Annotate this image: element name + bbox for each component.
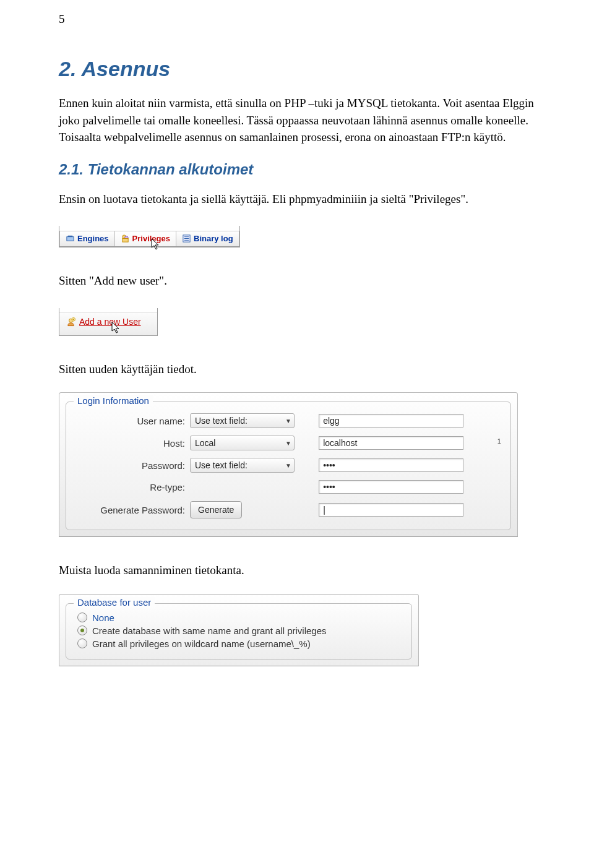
tab-binary-log-label: Binary log	[194, 234, 233, 243]
row-password: Password: Use text field: ▼ ••••	[71, 454, 506, 476]
svg-rect-1	[68, 236, 73, 237]
select-password-mode-value: Use text field:	[195, 460, 248, 470]
intro-paragraph: Ennen kuin aloitat niin varmista, että s…	[59, 95, 535, 146]
input-retype[interactable]: ••••	[319, 480, 463, 494]
heading-asennus: 2. Asennus	[59, 57, 535, 81]
generate-button[interactable]: Generate	[190, 501, 242, 518]
select-password-mode[interactable]: Use text field: ▼	[190, 458, 295, 473]
screenshot-login-information: Login Information User name: Use text fi…	[59, 392, 518, 537]
row-host: Host: Local ▼ localhost 1	[71, 432, 506, 454]
chevron-down-icon: ▼	[285, 418, 291, 424]
label-password: Password:	[71, 454, 187, 476]
add-user-icon	[66, 317, 75, 326]
svg-rect-0	[67, 237, 74, 241]
radio-label-none: None	[92, 612, 114, 623]
radio-option-wildcard[interactable]: Grant all privileges on wildcard name (u…	[77, 637, 404, 650]
paragraph-add-new-user: Sitten "Add new user".	[59, 272, 535, 290]
radio-icon	[77, 612, 87, 622]
tab-engines[interactable]: Engines	[59, 231, 115, 246]
label-username: User name:	[71, 410, 187, 432]
select-host-mode-value: Local	[195, 438, 215, 448]
radio-option-none[interactable]: None	[77, 611, 404, 624]
radio-icon	[77, 638, 87, 648]
chevron-down-icon: ▼	[285, 462, 291, 469]
legend-login-information: Login Information	[74, 395, 153, 406]
tab-privileges-label: Privileges	[132, 234, 170, 243]
row-generate: Generate Password: Generate	[71, 497, 506, 522]
privileges-icon	[121, 234, 130, 243]
screenshot-add-new-user: Add a new User	[59, 308, 158, 336]
label-retype: Re-type:	[71, 476, 187, 497]
tab-engines-label: Engines	[77, 234, 109, 243]
mouse-cursor-icon	[111, 322, 121, 334]
paragraph-create-db: Muista luoda samanniminen tietokanta.	[59, 562, 535, 579]
row-username: User name: Use text field: ▼ elgg	[71, 410, 506, 432]
row-retype: Re-type: ••••	[71, 476, 506, 497]
input-generated-password[interactable]	[319, 503, 463, 517]
tab-binary-log[interactable]: Binary log	[176, 231, 239, 246]
screenshot-tabs: Engines Privileges Binary log	[59, 226, 240, 247]
tab-privileges[interactable]: Privileges	[115, 231, 176, 246]
label-host: Host:	[71, 432, 187, 454]
binary-log-icon	[182, 234, 191, 243]
input-username[interactable]: elgg	[319, 414, 463, 428]
select-host-mode[interactable]: Local ▼	[190, 436, 295, 450]
page-number: 5	[59, 12, 535, 26]
engine-icon	[66, 234, 75, 243]
add-new-user-link[interactable]: Add a new User	[79, 317, 141, 327]
legend-database-for-user: Database for user	[74, 597, 155, 608]
chevron-down-icon: ▼	[285, 440, 291, 447]
svg-rect-4	[122, 239, 127, 243]
input-host[interactable]: localhost	[319, 436, 463, 450]
radio-label-create-same: Create database with same name and grant…	[92, 625, 327, 636]
radio-option-create-same[interactable]: Create database with same name and grant…	[77, 624, 404, 637]
radio-icon-selected	[77, 625, 87, 635]
input-password[interactable]: ••••	[319, 458, 463, 472]
heading-tietokannan-alkutoimet: 2.1. Tietokannan alkutoimet	[59, 161, 535, 178]
select-username-mode-value: Use text field:	[195, 416, 248, 426]
label-generate-password: Generate Password:	[71, 497, 187, 522]
radio-label-wildcard: Grant all privileges on wildcard name (u…	[92, 638, 311, 649]
paragraph-privileges: Ensin on luotava tietokanta ja siellä kä…	[59, 191, 535, 208]
select-username-mode[interactable]: Use text field: ▼	[190, 413, 295, 428]
screenshot-database-for-user: Database for user None Create database w…	[59, 594, 419, 666]
footnote-marker: 1	[495, 437, 501, 445]
paragraph-user-details: Sitten uuden käyttäjän tiedot.	[59, 361, 535, 378]
